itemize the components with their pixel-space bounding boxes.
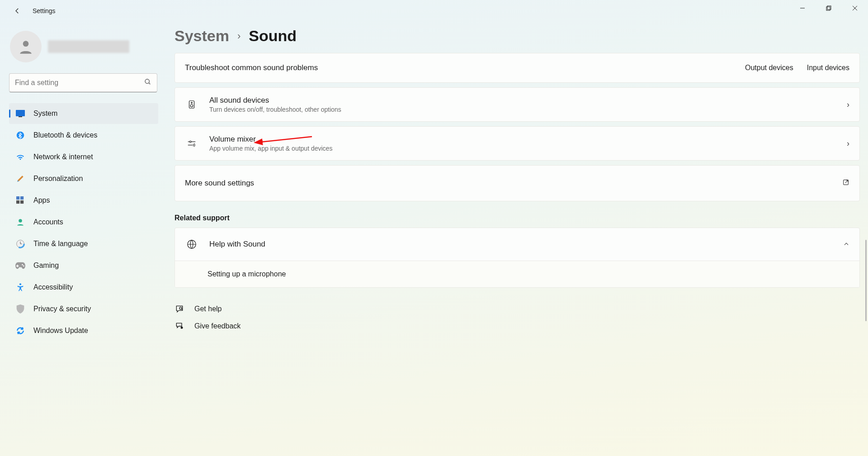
maximize-button[interactable] [816, 0, 842, 16]
svg-rect-8 [16, 110, 25, 116]
user-name-redacted [48, 40, 129, 53]
nav-label: Time & language [33, 240, 88, 248]
external-link-icon [842, 179, 849, 188]
nav-label: Gaming [33, 261, 59, 270]
app-title: Settings [33, 7, 56, 14]
globe-help-icon [185, 239, 198, 249]
help-chat-icon [175, 304, 184, 314]
troubleshoot-label: Troubleshoot common sound problems [185, 63, 745, 72]
search-input[interactable] [15, 79, 144, 87]
scrollbar-thumb[interactable] [865, 240, 867, 321]
help-with-sound-header[interactable]: Help with Sound [175, 228, 859, 261]
close-button[interactable] [842, 0, 868, 16]
more-sound-title: More sound settings [185, 179, 839, 188]
nav-label: Accounts [33, 218, 63, 226]
svg-rect-11 [16, 196, 19, 200]
nav-item-bluetooth[interactable]: Bluetooth & devices [9, 125, 158, 146]
nav-label: Privacy & security [33, 305, 91, 313]
accessibility-icon [15, 282, 25, 292]
svg-rect-1 [826, 7, 830, 10]
clock-icon [15, 239, 25, 249]
svg-rect-13 [16, 200, 19, 204]
search-field[interactable] [9, 73, 157, 92]
svg-point-21 [23, 266, 24, 267]
speaker-icon [185, 100, 198, 109]
give-feedback-link[interactable]: Give feedback [175, 318, 860, 335]
gamepad-icon [15, 261, 25, 271]
breadcrumb: System › Sound [175, 27, 860, 45]
svg-point-5 [23, 41, 29, 47]
feedback-icon [175, 322, 184, 331]
person-icon [15, 217, 25, 227]
nav-item-personalization[interactable]: Personalization [9, 168, 158, 189]
help-item-mic[interactable]: Setting up a microphone [175, 261, 859, 287]
mixer-icon [185, 138, 198, 148]
system-icon [15, 109, 25, 119]
svg-point-29 [189, 141, 191, 143]
input-devices-button[interactable]: Input devices [807, 64, 849, 72]
nav-label: Bluetooth & devices [33, 131, 97, 139]
nav-item-apps[interactable]: Apps [9, 190, 158, 211]
bottom-links: Get help Give feedback [175, 300, 860, 335]
title-bar: Settings [0, 0, 868, 22]
shield-icon [15, 304, 25, 314]
wifi-icon [15, 152, 25, 162]
nav-label: System [33, 109, 57, 118]
window-controls [789, 0, 868, 18]
help-with-sound-panel: Help with Sound Setting up a microphone [175, 228, 860, 288]
volume-mixer-row[interactable]: Volume mixer App volume mix, app input &… [175, 126, 860, 161]
chevron-right-icon: › [847, 100, 849, 109]
nav-item-network[interactable]: Network & internet [9, 147, 158, 167]
nav-item-system[interactable]: System [9, 103, 158, 124]
related-support-header: Related support [175, 214, 860, 222]
nav-item-gaming[interactable]: Gaming [9, 255, 158, 276]
svg-rect-14 [20, 200, 24, 204]
get-help-link[interactable]: Get help [175, 300, 860, 318]
svg-line-34 [181, 309, 182, 310]
svg-point-15 [19, 219, 22, 223]
svg-rect-9 [19, 116, 22, 117]
svg-point-6 [145, 79, 149, 83]
svg-rect-12 [20, 196, 24, 200]
all-sound-devices-row[interactable]: All sound devices Turn devices on/off, t… [175, 87, 860, 122]
brush-icon [15, 174, 25, 184]
nav-item-accessibility[interactable]: Accessibility [9, 277, 158, 298]
sidebar: System Bluetooth & devices Network & int… [9, 31, 158, 341]
help-with-sound-title: Help with Sound [209, 240, 840, 249]
svg-rect-23 [16, 266, 19, 266]
nav-label: Apps [33, 196, 50, 204]
svg-line-7 [149, 83, 150, 84]
nav-list: System Bluetooth & devices Network & int… [9, 103, 158, 341]
apps-icon [15, 195, 25, 205]
back-button[interactable] [8, 2, 26, 20]
nav-label: Accessibility [33, 283, 73, 291]
user-row[interactable] [9, 31, 158, 62]
svg-rect-2 [827, 6, 831, 10]
nav-label: Network & internet [33, 153, 93, 161]
svg-point-24 [19, 283, 21, 285]
main-content: System › Sound Troubleshoot common sound… [175, 27, 860, 335]
nav-label: Windows Update [33, 327, 88, 335]
nav-item-update[interactable]: Windows Update [9, 320, 158, 341]
avatar [10, 31, 42, 62]
svg-point-35 [181, 327, 183, 329]
all-sound-devices-sub: Turn devices on/off, troubleshoot, other… [209, 106, 843, 113]
svg-point-20 [22, 264, 23, 266]
all-sound-devices-title: All sound devices [209, 96, 843, 105]
nav-label: Personalization [33, 175, 83, 183]
nav-item-privacy[interactable]: Privacy & security [9, 299, 158, 319]
chevron-right-icon: › [237, 30, 241, 42]
more-sound-settings-row[interactable]: More sound settings [175, 165, 860, 201]
breadcrumb-parent[interactable]: System [175, 27, 229, 45]
nav-item-time[interactable]: Time & language [9, 233, 158, 254]
give-feedback-label: Give feedback [194, 322, 241, 330]
output-devices-button[interactable]: Output devices [745, 64, 793, 72]
bluetooth-icon [15, 130, 25, 140]
minimize-button[interactable] [789, 0, 816, 16]
nav-item-accounts[interactable]: Accounts [9, 212, 158, 233]
volume-mixer-title: Volume mixer [209, 135, 843, 144]
svg-point-26 [191, 102, 193, 104]
troubleshoot-panel: Troubleshoot common sound problems Outpu… [175, 53, 860, 83]
volume-mixer-sub: App volume mix, app input & output devic… [209, 145, 843, 152]
chevron-right-icon: › [847, 139, 849, 148]
